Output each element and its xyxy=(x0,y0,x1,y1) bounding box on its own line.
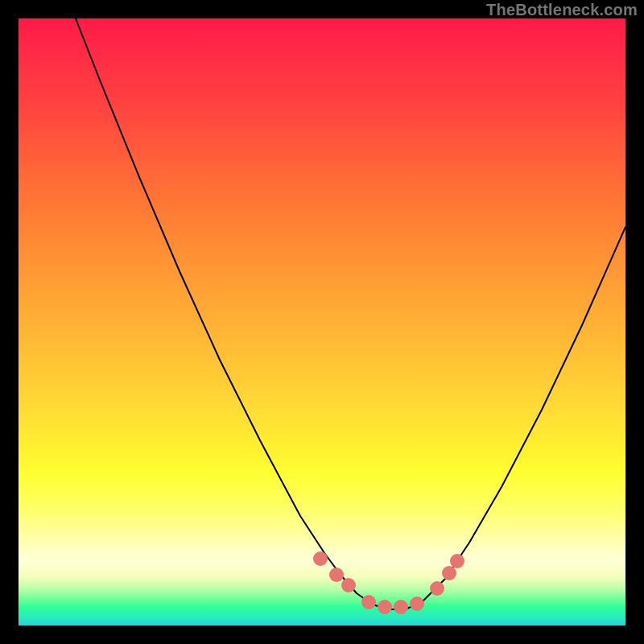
curve-marker xyxy=(442,566,456,580)
curve-marker xyxy=(313,551,328,566)
curve-marker xyxy=(329,568,344,582)
curve-marker xyxy=(394,600,408,614)
curve-marker xyxy=(450,554,464,568)
curve-marker xyxy=(410,597,424,611)
watermark-label: TheBottleneck.com xyxy=(486,1,638,19)
bottleneck-curve xyxy=(76,19,625,609)
curve-marker xyxy=(430,581,444,596)
curve-marker xyxy=(378,600,392,614)
curve-marker xyxy=(341,578,356,592)
curve-layer xyxy=(19,19,625,625)
plot-area xyxy=(19,19,625,625)
curve-marker xyxy=(361,595,376,609)
chart-frame: TheBottleneck.com xyxy=(0,0,644,644)
